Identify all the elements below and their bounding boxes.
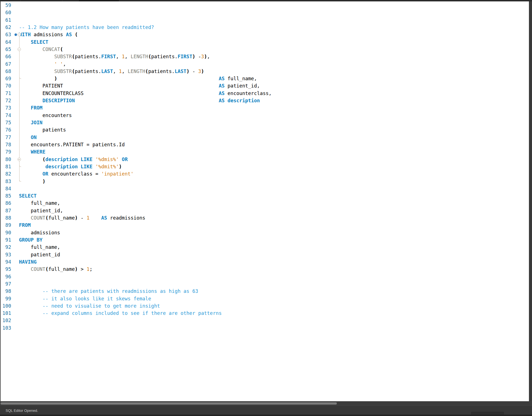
line-number[interactable]: 100 — [1, 302, 11, 310]
line-number[interactable]: 59 — [1, 2, 11, 9]
code-line[interactable]: 64 SELECT — [1, 38, 529, 46]
line-number[interactable]: 89 — [1, 222, 11, 229]
code-line[interactable]: 68 SUBSTR(patients.LAST, 1, LENGTH(patie… — [1, 68, 529, 75]
vertical-scrollbar-track[interactable] — [529, 1, 532, 401]
line-number[interactable]: 93 — [1, 251, 11, 258]
line-number[interactable]: 102 — [1, 317, 11, 324]
code-text — [11, 2, 19, 9]
code-line[interactable]: 78 encounters.PATIENT = patients.Id — [1, 141, 529, 148]
code-line[interactable]: 85SELECT — [1, 192, 529, 200]
code-line[interactable]: 102 — [1, 317, 529, 324]
code-line[interactable]: 62-- 1.2 How many patients have been rea… — [1, 24, 529, 31]
code-text: PATIENT AS patient_id, — [11, 82, 260, 89]
code-line[interactable]: 90 admissions — [1, 229, 529, 236]
line-number[interactable]: 80 — [1, 156, 11, 163]
code-line[interactable]: 66 SUBSTR(patients.FIRST, 1, LENGTH(pati… — [1, 53, 529, 60]
line-number[interactable]: 74 — [1, 112, 11, 119]
code-line[interactable]: 74 encounters — [1, 112, 529, 119]
line-number[interactable]: 73 — [1, 104, 11, 111]
line-number[interactable]: 90 — [1, 229, 11, 236]
line-number[interactable]: 76 — [1, 126, 11, 133]
line-number[interactable]: 86 — [1, 200, 11, 207]
code-line[interactable]: 93 patient_id — [1, 251, 529, 258]
code-line[interactable]: 98 -- there are patients with readmissio… — [1, 288, 529, 295]
line-number[interactable]: 70 — [1, 82, 11, 89]
code-line[interactable]: 60 — [1, 9, 529, 16]
code-line[interactable]: 86 full_name, — [1, 200, 529, 207]
line-number[interactable]: 78 — [1, 141, 11, 148]
code-line[interactable]: 99 -- it also looks like it skews female — [1, 295, 529, 302]
line-number[interactable]: 84 — [1, 185, 11, 192]
code-line[interactable]: 94HAVING — [1, 258, 529, 266]
code-line[interactable]: 71 ENCOUNTERCLASS AS encounterclass, — [1, 90, 529, 97]
code-line[interactable]: 72 DESCRIPTION AS description — [1, 97, 529, 104]
line-number[interactable]: 91 — [1, 236, 11, 244]
line-number[interactable]: 81 — [1, 163, 11, 170]
token-pl: , — [122, 69, 128, 74]
line-number[interactable]: 96 — [1, 273, 11, 280]
code-line[interactable]: 73 FROM — [1, 104, 529, 111]
line-number[interactable]: 88 — [1, 214, 11, 222]
horizontal-scrollbar-thumb[interactable] — [1, 402, 337, 405]
line-number[interactable]: 64 — [1, 38, 11, 46]
line-number[interactable]: 63 — [1, 31, 11, 38]
sql-editor[interactable]: 59606162-- 1.2 How many patients have be… — [1, 1, 529, 401]
code-line[interactable]: 89FROM — [1, 222, 529, 229]
line-number[interactable]: 85 — [1, 192, 11, 200]
code-line[interactable]: 96 — [1, 273, 529, 280]
code-line[interactable]: 75 JOIN — [1, 119, 529, 126]
code-line[interactable]: 80 (description LIKE '%dmis%' OR — [1, 156, 529, 163]
code-line[interactable]: 101 -- expand columns included to see if… — [1, 310, 529, 317]
line-number[interactable]: 103 — [1, 324, 11, 332]
line-number[interactable]: 77 — [1, 134, 11, 141]
code-line[interactable]: 87 patient_id, — [1, 207, 529, 214]
line-number[interactable]: 95 — [1, 266, 11, 273]
line-number[interactable]: 101 — [1, 310, 11, 317]
token-num: 1 — [86, 266, 90, 272]
code-line[interactable]: 82 OR encounterclass = 'inpatient' — [1, 170, 529, 177]
code-line[interactable]: 61 — [1, 16, 529, 24]
code-line[interactable]: 63WITH admissions AS ( — [1, 31, 529, 38]
code-line[interactable]: 97 — [1, 280, 529, 288]
code-line[interactable]: 92 full_name, — [1, 244, 529, 251]
code-line[interactable]: 67 ' ', — [1, 60, 529, 68]
line-number[interactable]: 79 — [1, 148, 11, 155]
line-number[interactable]: 94 — [1, 258, 11, 266]
code-line[interactable]: 83 ) — [1, 178, 529, 185]
code-line[interactable]: 69 ) AS full_name, — [1, 75, 529, 82]
line-number[interactable]: 68 — [1, 68, 11, 75]
code-line[interactable]: 88 COUNT(full_name) - 1 AS readmissions — [1, 214, 529, 222]
horizontal-scrollbar-track[interactable] — [0, 401, 532, 405]
code-line[interactable]: 95 COUNT(full_name) > 1; — [1, 266, 529, 273]
line-number[interactable]: 98 — [1, 288, 11, 295]
code-line[interactable]: 84 — [1, 185, 529, 192]
line-number[interactable]: 83 — [1, 178, 11, 185]
line-number[interactable]: 75 — [1, 119, 11, 126]
code-text: -- need to visualise to get more insight — [11, 302, 160, 310]
code-line[interactable]: 91GROUP BY — [1, 236, 529, 244]
line-number[interactable]: 72 — [1, 97, 11, 104]
code-line[interactable]: 81 description LIKE '%dmit%') — [1, 163, 529, 170]
line-number[interactable]: 99 — [1, 295, 11, 302]
code-line[interactable]: 76 patients — [1, 126, 529, 133]
code-line[interactable]: 79 WHERE — [1, 148, 529, 155]
line-number[interactable]: 67 — [1, 60, 11, 68]
line-number[interactable]: 97 — [1, 280, 11, 288]
line-number[interactable]: 71 — [1, 90, 11, 97]
code-line[interactable]: 65 CONCAT( — [1, 46, 529, 53]
line-number[interactable]: 65 — [1, 46, 11, 53]
line-number[interactable]: 62 — [1, 24, 11, 31]
line-number[interactable]: 82 — [1, 170, 11, 177]
line-number[interactable]: 66 — [1, 53, 11, 60]
line-number[interactable]: 60 — [1, 9, 11, 16]
line-number[interactable]: 92 — [1, 244, 11, 251]
code-line[interactable]: 103 — [1, 324, 529, 332]
code-line[interactable]: 100 -- need to visualise to get more ins… — [1, 302, 529, 310]
code-line[interactable]: 59 — [1, 2, 529, 9]
line-number[interactable]: 69 — [1, 75, 11, 82]
code-line[interactable]: 70 PATIENT AS patient_id, — [1, 82, 529, 89]
code-line[interactable]: 77 ON — [1, 134, 529, 141]
line-number[interactable]: 87 — [1, 207, 11, 214]
token-str: '%dmis%' — [95, 157, 119, 162]
line-number[interactable]: 61 — [1, 16, 11, 24]
